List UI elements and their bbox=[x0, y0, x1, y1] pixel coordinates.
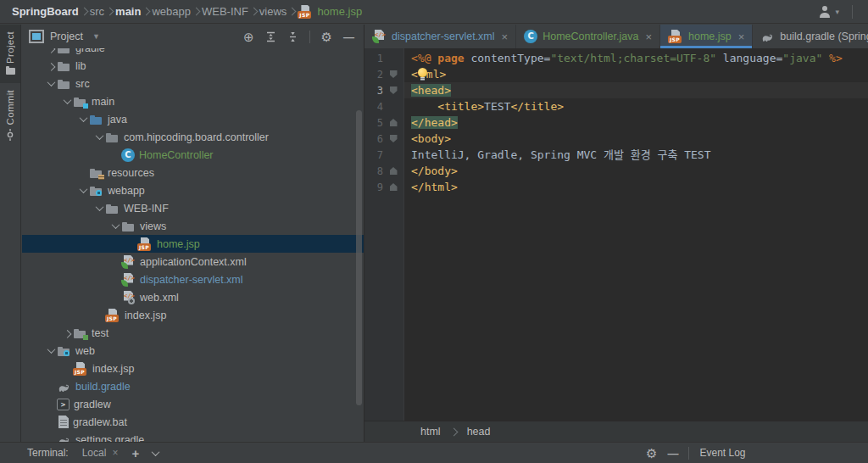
tab-build-gradle-springboard[interactable]: build.gradle (SpringBoard)× bbox=[753, 25, 868, 48]
editor[interactable]: 123456789 <%@ page contentType="text/htm… bbox=[364, 48, 868, 421]
chevron-down-icon bbox=[95, 203, 103, 211]
code-area[interactable]: <%@ page contentType="text/html;charset=… bbox=[404, 48, 868, 421]
tree-item-web-inf[interactable]: WEB-INF bbox=[22, 199, 364, 217]
chevron-down-icon[interactable]: ▼ bbox=[92, 32, 100, 41]
code-token: page bbox=[437, 52, 470, 64]
code-token: "text/html;charset=UTF-8" bbox=[550, 52, 716, 64]
tree-item-main[interactable]: main bbox=[22, 92, 364, 110]
tree-item-gradlew[interactable]: gradlew bbox=[22, 395, 364, 413]
fold-marker-icon[interactable] bbox=[389, 167, 398, 175]
tree-item-java[interactable]: java bbox=[22, 110, 364, 128]
chevron-down-icon[interactable] bbox=[152, 448, 160, 456]
editor-breadcrumb-head[interactable]: head bbox=[467, 426, 491, 438]
close-icon[interactable]: × bbox=[502, 31, 509, 42]
tree-expand-icon[interactable] bbox=[45, 63, 57, 69]
tree-item-label: home.jsp bbox=[157, 238, 200, 250]
tree-expand-icon[interactable] bbox=[61, 330, 73, 336]
tree-item-resources[interactable]: resources bbox=[22, 164, 364, 181]
fold-marker-icon[interactable] bbox=[389, 119, 398, 126]
tree-item-homecontroller[interactable]: HomeController bbox=[22, 146, 364, 164]
tree-item-views[interactable]: views bbox=[22, 217, 364, 235]
chevron-down-icon bbox=[47, 345, 55, 354]
gutter-row: 5 bbox=[364, 114, 403, 131]
close-icon[interactable]: × bbox=[645, 31, 652, 42]
breadcrumb-item-views[interactable]: views bbox=[259, 5, 287, 18]
tree-item-home-jsp[interactable]: home.jsp bbox=[22, 235, 364, 253]
folder-icon bbox=[57, 48, 71, 55]
tree-item-com-hipcoding-board-controller[interactable]: com.hipcoding.board.controller bbox=[22, 128, 364, 146]
breadcrumb-item-home-jsp[interactable]: home.jsp bbox=[298, 5, 362, 19]
tree-scrollbar[interactable] bbox=[356, 110, 362, 405]
tree-item-build-gradle[interactable]: build.gradle bbox=[22, 377, 364, 395]
chevron-right-icon bbox=[249, 8, 258, 16]
tool-stripe-project[interactable]: Project bbox=[0, 25, 20, 83]
commit-icon bbox=[5, 129, 15, 141]
locate-file-icon[interactable]: ⊕ bbox=[243, 31, 254, 43]
tree-item-label: settings.gradle bbox=[75, 434, 144, 443]
gutter-row: 3 bbox=[364, 82, 403, 98]
tree-item-label: gradlew bbox=[74, 399, 111, 410]
fold-marker-icon[interactable] bbox=[389, 86, 398, 94]
intention-bulb-icon[interactable] bbox=[417, 68, 428, 81]
hide-icon[interactable]: — bbox=[667, 448, 678, 459]
tree-item-label: web.xml bbox=[140, 292, 179, 304]
tree-expand-icon[interactable] bbox=[93, 205, 105, 211]
tree-expand-icon[interactable] bbox=[61, 98, 73, 104]
tree-expand-icon[interactable] bbox=[77, 116, 89, 122]
terminal-tab-local[interactable]: Local × bbox=[82, 447, 119, 459]
folder-icon bbox=[57, 77, 71, 91]
breadcrumb-item-main[interactable]: main bbox=[115, 5, 141, 18]
tree-item-applicationcontext-xml[interactable]: applicationContext.xml bbox=[22, 253, 364, 271]
fold-marker-icon[interactable] bbox=[389, 183, 398, 191]
breadcrumb-item-webapp[interactable]: webapp bbox=[152, 5, 191, 18]
intellij-window: SpringBoardsrcmainwebappWEB-INFviewshome… bbox=[0, 0, 868, 463]
hide-panel-icon[interactable]: — bbox=[343, 31, 354, 42]
fold-marker-icon[interactable] bbox=[389, 70, 398, 78]
breadcrumb-item-springboard[interactable]: SpringBoard bbox=[12, 5, 79, 18]
tree-item-test[interactable]: test bbox=[22, 324, 364, 342]
tab-home-jsp[interactable]: home.jsp× bbox=[660, 25, 753, 48]
status-divider bbox=[688, 447, 689, 460]
tree-expand-icon[interactable] bbox=[109, 223, 121, 229]
tree-item-web-xml[interactable]: web.xml bbox=[22, 288, 364, 306]
tree-item-web[interactable]: web bbox=[22, 342, 364, 360]
project-tree: gradlelibsrcmainjavacom.hipcoding.board.… bbox=[22, 48, 364, 442]
tree-item-webapp[interactable]: webapp bbox=[22, 181, 364, 199]
expand-all-icon[interactable] bbox=[265, 31, 276, 42]
fold-marker-icon[interactable] bbox=[389, 135, 398, 142]
gear-icon[interactable]: ⚙ bbox=[646, 447, 657, 460]
console-icon bbox=[57, 399, 70, 410]
gear-icon[interactable]: ⚙ bbox=[321, 31, 332, 43]
tree-item-settings-gradle[interactable]: settings.gradle bbox=[22, 431, 364, 442]
tree-item-gradlew-bat[interactable]: gradlew.bat bbox=[22, 413, 364, 431]
tree-item-lib[interactable]: lib bbox=[22, 57, 364, 75]
tab-homecontroller-java[interactable]: HomeController.java× bbox=[516, 25, 660, 48]
tree-expand-icon[interactable] bbox=[93, 134, 105, 140]
tree-expand-icon[interactable] bbox=[45, 81, 57, 86]
terminal-label[interactable]: Terminal: bbox=[27, 447, 69, 459]
chevron-down-icon bbox=[79, 114, 87, 122]
breadcrumb-label: webapp bbox=[152, 5, 191, 18]
tree-expand-icon[interactable] bbox=[45, 48, 57, 51]
tree-item-gradle[interactable]: gradle bbox=[22, 48, 364, 57]
new-terminal-icon[interactable]: + bbox=[131, 447, 139, 460]
user-menu[interactable]: ▾ bbox=[819, 0, 839, 24]
tree-item-dispatcher-servlet-xml[interactable]: dispatcher-servlet.xml bbox=[22, 271, 364, 288]
tree-item-index-jsp[interactable]: index.jsp bbox=[22, 306, 364, 324]
jsp-icon bbox=[105, 309, 120, 322]
breadcrumb-item-src[interactable]: src bbox=[90, 5, 104, 18]
fold-open-icon bbox=[390, 135, 398, 142]
tab-dispatcher-servlet-xml[interactable]: dispatcher-servlet.xml× bbox=[364, 25, 516, 48]
collapse-all-icon[interactable] bbox=[287, 31, 298, 42]
project-panel-title[interactable]: Project bbox=[50, 31, 83, 42]
close-icon[interactable]: × bbox=[112, 447, 118, 459]
event-log-button[interactable]: Event Log bbox=[699, 447, 745, 459]
tree-expand-icon[interactable] bbox=[77, 187, 89, 193]
breadcrumb-item-web-inf[interactable]: WEB-INF bbox=[202, 5, 248, 18]
tree-item-index-jsp[interactable]: index.jsp bbox=[22, 360, 364, 377]
close-icon[interactable]: × bbox=[738, 31, 745, 42]
editor-breadcrumb-html[interactable]: html bbox=[420, 426, 441, 438]
tree-expand-icon[interactable] bbox=[45, 348, 57, 354]
tree-item-src[interactable]: src bbox=[22, 75, 364, 92]
tool-stripe-commit[interactable]: Commit bbox=[0, 83, 20, 148]
